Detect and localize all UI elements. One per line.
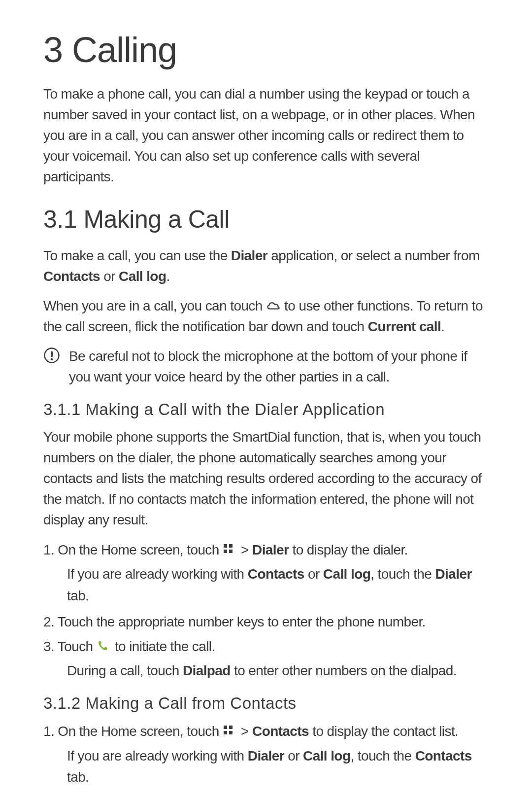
svg-rect-3	[224, 544, 227, 548]
svg-rect-6	[229, 550, 233, 553]
bold-text: Contacts	[415, 748, 472, 763]
svg-rect-1	[51, 351, 53, 357]
text: or	[304, 566, 323, 582]
text: or	[284, 748, 303, 763]
bold-text: Dialer	[231, 248, 267, 263]
list-item: 2. Touch the appropriate number keys to …	[43, 611, 489, 632]
bold-text: Contacts	[248, 566, 304, 582]
text: to initiate the call.	[115, 639, 215, 654]
text: application, or select a number from	[267, 248, 480, 263]
bold-text: Dialpad	[183, 663, 231, 678]
manual-page: 3 Calling To make a phone call, you can …	[0, 0, 532, 797]
list-item: 1. On the Home screen, touch > Dialer to…	[43, 539, 489, 560]
list-item: 1. On the Home screen, touch > Contacts …	[43, 721, 489, 742]
bold-text: Dialer	[248, 748, 284, 763]
list-item: 3. Touch to initiate the call.	[43, 636, 489, 657]
info-icon	[43, 347, 60, 364]
list-sub-item: If you are already working with Contacts…	[43, 563, 489, 606]
svg-rect-5	[224, 550, 227, 553]
text: to display the contact list.	[309, 724, 458, 739]
svg-rect-7	[224, 726, 227, 729]
text: to display the dialer.	[289, 542, 407, 557]
bold-text: Dialer	[435, 566, 472, 582]
bold-text: Dialer	[252, 542, 289, 557]
text: .	[166, 269, 169, 284]
svg-rect-4	[229, 544, 233, 548]
bold-text: Call log	[303, 748, 350, 763]
note-block: Be careful not to block the microphone a…	[43, 346, 489, 387]
text: 3. Touch	[43, 639, 97, 654]
subsection-heading: 3.1.2 Making a Call from Contacts	[43, 694, 489, 713]
body-paragraph: To make a call, you can use the Dialer a…	[43, 245, 489, 287]
ordered-list: 1. On the Home screen, touch > Dialer to…	[43, 539, 489, 681]
text: To make a call, you can use the	[43, 248, 231, 263]
text: to enter other numbers on the dialpad.	[231, 663, 457, 678]
apps-grid-icon	[223, 725, 237, 737]
text: .	[441, 319, 444, 334]
text: >	[241, 542, 252, 557]
text: If you are already working with	[67, 748, 248, 763]
text: 1. On the Home screen, touch	[43, 724, 223, 739]
text: tab.	[67, 588, 89, 603]
cloud-icon	[266, 299, 281, 312]
text: >	[241, 724, 252, 739]
text: When you are in a call, you can touch	[43, 298, 266, 313]
bold-text: Contacts	[43, 269, 100, 284]
list-sub-item: If you are already working with Dialer o…	[43, 745, 489, 788]
phone-icon	[97, 640, 111, 653]
list-item: 2. In the list, touch the contact you wa…	[43, 793, 489, 797]
text: or	[100, 269, 119, 284]
text: tab.	[67, 769, 89, 785]
text: , touch the	[350, 748, 415, 763]
svg-point-2	[51, 358, 53, 361]
svg-rect-9	[224, 731, 227, 734]
body-paragraph: When you are in a call, you can touch to…	[43, 296, 489, 337]
intro-paragraph: To make a phone call, you can dial a num…	[43, 84, 489, 187]
svg-rect-10	[229, 731, 233, 734]
text: 1. On the Home screen, touch	[43, 542, 223, 557]
body-paragraph: Your mobile phone supports the SmartDial…	[43, 427, 489, 530]
text: During a call, touch	[67, 663, 183, 678]
list-sub-item: During a call, touch Dialpad to enter ot…	[43, 660, 489, 681]
bold-text: Current call	[368, 319, 441, 334]
text: , touch the	[370, 566, 435, 582]
text: If you are already working with	[67, 566, 248, 582]
bold-text: Contacts	[252, 724, 309, 739]
section-heading: 3.1 Making a Call	[43, 205, 489, 234]
chapter-heading: 3 Calling	[43, 30, 489, 70]
svg-rect-8	[229, 726, 233, 729]
note-text: Be careful not to block the microphone a…	[69, 346, 489, 387]
ordered-list: 1. On the Home screen, touch > Contacts …	[43, 721, 489, 797]
bold-text: Call log	[119, 269, 166, 284]
apps-grid-icon	[223, 543, 237, 556]
bold-text: Call log	[323, 566, 370, 582]
subsection-heading: 3.1.1 Making a Call with the Dialer Appl…	[43, 400, 489, 419]
